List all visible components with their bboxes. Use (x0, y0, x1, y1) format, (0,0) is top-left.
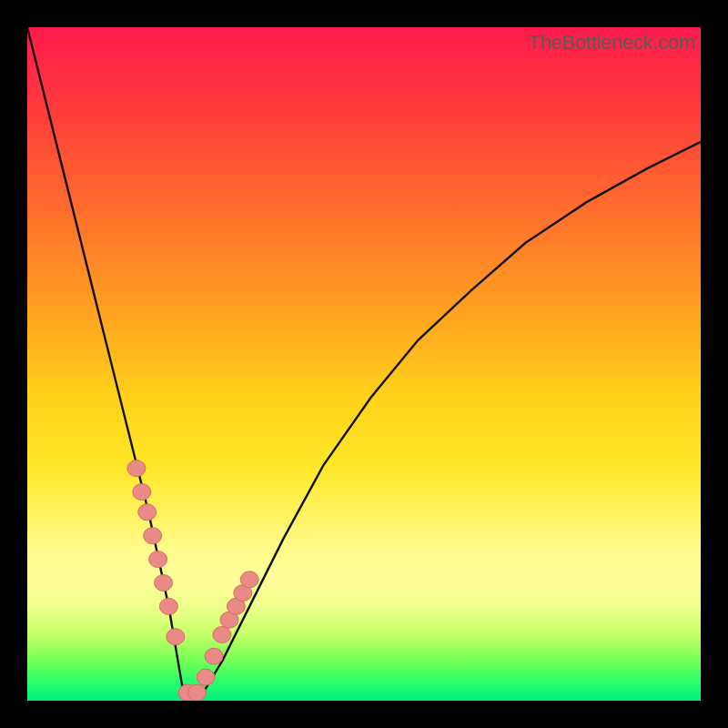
chart-svg (27, 27, 701, 701)
curve-marker (188, 684, 207, 701)
curve-marker (149, 551, 167, 568)
chart-stage: TheBottleneck.com (0, 0, 728, 728)
curve-marker (205, 648, 223, 664)
curve-marker (197, 669, 215, 685)
curve-marker (127, 460, 146, 477)
curve-marker (144, 528, 162, 544)
curve-marker (138, 504, 157, 521)
curve-marker (155, 575, 173, 592)
bottleneck-curve-path (27, 27, 701, 694)
watermark-text: TheBottleneck.com (529, 31, 695, 55)
curve-marker (240, 571, 258, 588)
chart-plot-area: TheBottleneck.com (27, 27, 701, 701)
markers-group (127, 460, 258, 701)
curve-marker (167, 629, 185, 645)
curve-marker (159, 598, 177, 614)
curve-marker (133, 484, 151, 500)
curve-marker (213, 627, 231, 643)
